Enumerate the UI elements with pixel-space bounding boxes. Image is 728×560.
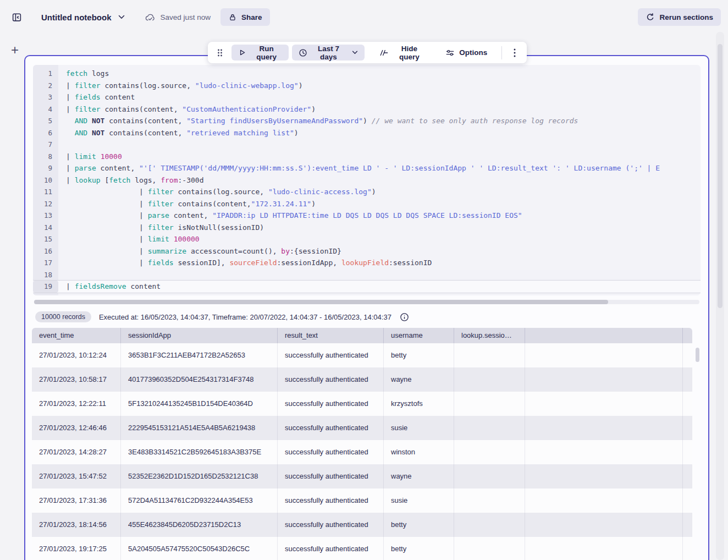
line-number: 19 <box>33 281 58 293</box>
add-section-button[interactable]: + <box>8 43 22 57</box>
table-cell: 27/01/2023, 12:22:11 <box>32 392 121 416</box>
code-line[interactable]: 1fetch logs <box>33 68 701 80</box>
rerun-sections-button[interactable]: Rerun sections <box>638 8 721 26</box>
column-header[interactable]: lookup.sessio… <box>454 328 525 343</box>
table-cell <box>525 537 683 560</box>
code-line[interactable]: 2| filter contains(log.source, "ludo-cli… <box>33 80 701 92</box>
code-line[interactable]: 10| lookup [fetch logs, from:-300d <box>33 174 701 186</box>
table-header: event_timesessionIdAppresult_textusernam… <box>32 328 692 343</box>
table-row[interactable]: 27/01/2023, 15:47:5252352E2362D1D152D165… <box>32 464 692 488</box>
code-line[interactable]: 4| filter contains(content, "CustomAuthe… <box>33 103 701 116</box>
table-row[interactable]: 27/01/2023, 10:58:17401773960352D504E254… <box>32 367 692 392</box>
query-editor[interactable]: 1fetch logs2| filter contains(log.source… <box>33 65 701 295</box>
collapse-panel-icon <box>12 12 22 23</box>
table-cell: successfully authenticated <box>278 416 384 440</box>
table-cell: successfully authenticated <box>278 464 384 488</box>
table-cell <box>683 367 692 392</box>
table-cell <box>683 464 692 488</box>
code-text: | limit 10000 <box>58 151 701 163</box>
table-cell <box>454 367 525 392</box>
info-button[interactable] <box>399 311 410 322</box>
notebook-title-menu[interactable]: Untitled notebook <box>41 13 125 22</box>
column-header[interactable] <box>683 328 692 343</box>
drag-handle[interactable] <box>213 46 226 60</box>
line-number: 12 <box>33 198 58 210</box>
code-line[interactable]: 17 | fields sessionID], sourceField:sess… <box>33 257 701 269</box>
sliders-icon <box>445 48 455 57</box>
table-row[interactable]: 27/01/2023, 12:22:115F13210244135245B1D1… <box>32 392 692 416</box>
line-number: 1 <box>33 68 58 80</box>
share-button-label: Share <box>241 13 262 21</box>
table-row[interactable]: 27/01/2023, 10:12:243653B1F3C211AEB47172… <box>32 343 692 367</box>
table-row[interactable]: 27/01/2023, 14:28:273E483B3314521C2B5926… <box>32 440 692 464</box>
run-query-button[interactable]: Run query <box>231 45 289 61</box>
code-text: | fieldsRemove content <box>58 281 701 293</box>
records-badge: 10000 records <box>35 311 91 322</box>
play-icon <box>238 48 246 57</box>
code-line[interactable]: 15 | limit 100000 <box>33 233 701 245</box>
code-line[interactable]: 9| parse content, "'[' TIMESTAMP('dd/MMM… <box>33 162 701 174</box>
code-line[interactable]: 3| fields content <box>33 91 701 103</box>
table-cell <box>683 416 692 440</box>
hide-query-button[interactable]: Hide query <box>372 45 432 61</box>
code-line[interactable]: 6 AND NOT contains(content, "retrieved m… <box>33 127 701 139</box>
code-line[interactable]: 12 | filter contains(content,"172.31.24.… <box>33 198 701 210</box>
table-cell: 27/01/2023, 18:14:56 <box>32 513 121 537</box>
page-scrollbar[interactable] <box>716 32 724 560</box>
code-text: | fields content <box>58 91 701 103</box>
more-options-button[interactable] <box>508 45 521 61</box>
line-number: 10 <box>33 174 58 186</box>
table-row[interactable]: 27/01/2023, 12:46:462229545153121A514E5A… <box>32 416 692 440</box>
table-cell: 27/01/2023, 12:46:46 <box>32 416 121 440</box>
code-line[interactable]: 14 | filter isNotNull(sessionID) <box>33 222 701 234</box>
save-status: Saved just now <box>145 13 211 22</box>
code-text: | limit 100000 <box>58 233 701 245</box>
section-toolbar: Run query Last 7 days Hide query <box>208 42 527 63</box>
share-button[interactable]: Share <box>220 8 270 26</box>
column-header[interactable]: result_text <box>278 328 384 343</box>
table-cell <box>525 367 683 392</box>
table-cell: 27/01/2023, 19:17:25 <box>32 537 121 560</box>
table-cell: susie <box>384 416 454 440</box>
table-cell <box>454 513 525 537</box>
code-line[interactable]: 19| fieldsRemove content <box>33 281 701 293</box>
table-scrollbar-thumb[interactable] <box>696 348 699 362</box>
table-cell <box>525 488 683 513</box>
code-line[interactable]: 7 <box>33 139 701 151</box>
options-label: Options <box>459 48 487 57</box>
editor-horizontal-scrollbar-thumb[interactable] <box>34 300 608 304</box>
column-header[interactable]: sessionIdApp <box>121 328 278 343</box>
code-line[interactable]: 16 | summarize accesscount=count(), by:{… <box>33 245 701 257</box>
code-text: | filter isNotNull(sessionID) <box>58 222 701 234</box>
column-header[interactable] <box>525 328 683 343</box>
table-cell <box>454 464 525 488</box>
table-cell <box>454 416 525 440</box>
table-row[interactable]: 27/01/2023, 19:17:255A204505A57475520C50… <box>32 537 692 560</box>
options-button[interactable]: Options <box>439 45 494 61</box>
code-line[interactable]: 18 <box>33 269 701 281</box>
code-line[interactable]: 5 AND NOT contains(content, "Starting fi… <box>33 115 701 127</box>
column-header[interactable]: username <box>384 328 454 343</box>
code-text: | parse content, "IPADDR:ip LD HTTPDATE:… <box>58 210 701 222</box>
code-text: | filter contains(log.source, "ludo-clin… <box>58 186 701 198</box>
table-cell: wayne <box>384 464 454 488</box>
table-cell <box>454 537 525 560</box>
page-scrollbar-thumb[interactable] <box>718 44 723 308</box>
line-number: 13 <box>33 210 58 222</box>
table-cell <box>525 513 683 537</box>
code-line[interactable]: 13 | parse content, "IPADDR:ip LD HTTPDA… <box>33 210 701 222</box>
table-row[interactable]: 27/01/2023, 17:31:36572D4A51134761C2D932… <box>32 488 692 513</box>
table-cell: betty <box>384 343 454 367</box>
code-line[interactable]: 8| limit 10000 <box>33 151 701 163</box>
editor-horizontal-scrollbar[interactable] <box>34 300 699 304</box>
clock-icon <box>299 48 307 57</box>
table-cell: wayne <box>384 367 454 392</box>
code-line[interactable]: 11 | filter contains(log.source, "ludo-c… <box>33 186 701 198</box>
table-cell: successfully authenticated <box>278 343 384 367</box>
timeframe-selector[interactable]: Last 7 days <box>292 45 365 61</box>
rerun-sections-label: Rerun sections <box>659 13 713 21</box>
column-header[interactable]: event_time <box>32 328 121 343</box>
table-row[interactable]: 27/01/2023, 18:14:56455E4623845D6205D237… <box>32 513 692 537</box>
collapse-sidebar-button[interactable] <box>7 8 26 26</box>
table-body: 27/01/2023, 10:12:243653B1F3C211AEB47172… <box>32 343 692 560</box>
